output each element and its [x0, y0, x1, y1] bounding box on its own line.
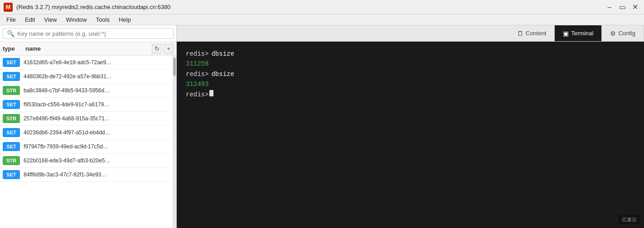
main-layout: 🔍 type name ↻ + SET41632d65-a7e6-4e18-ad…	[0, 25, 644, 228]
list-item[interactable]: SET84ff6d9b-3ac3-47c7-82f1-34e93…	[0, 168, 173, 182]
col-name-header: name	[25, 45, 152, 52]
key-list: SET41632d65-a7e6-4e18-adc5-72ae9…SET4480…	[0, 56, 173, 228]
terminal-tab-icon: ▣	[563, 30, 569, 37]
close-button[interactable]: ✕	[629, 2, 640, 13]
key-name: f97947fb-7939-49ed-ac9d-17c5d…	[24, 143, 170, 150]
type-badge: STR	[3, 114, 20, 123]
terminal-output: 311258	[186, 59, 208, 69]
key-name: 622b0168-ede3-49d7-afb3-b20e5…	[24, 157, 170, 164]
app-icon: M	[4, 3, 13, 12]
menu-window[interactable]: Window	[61, 14, 91, 25]
add-key-button[interactable]: +	[164, 44, 174, 54]
key-name: 257e8496-f949-4a68-915a-35c71…	[24, 115, 170, 122]
menu-bar: File Edit View Window Tools Help	[0, 14, 644, 25]
tab-terminal-label: Terminal	[571, 30, 593, 37]
list-item[interactable]: SET41632d65-a7e6-4e18-adc5-72ae9…	[0, 56, 173, 70]
watermark: 亿速云	[618, 215, 640, 224]
tab-terminal[interactable]: ▣ Terminal	[555, 25, 602, 41]
search-bar: 🔍	[0, 25, 176, 42]
list-item[interactable]: SET4480362b-de72-492e-a57e-9bb31…	[0, 70, 173, 84]
terminal-area[interactable]: redis> dbsize311258redis> dbsize312493re…	[177, 42, 644, 228]
tab-config-label: Config	[618, 30, 635, 37]
minimize-button[interactable]: –	[604, 2, 615, 13]
key-name: 84ff6d9b-3ac3-47c7-82f1-34e93…	[24, 171, 170, 178]
scroll-thumb	[173, 58, 176, 76]
sidebar: 🔍 type name ↻ + SET41632d65-a7e6-4e18-ad…	[0, 25, 177, 228]
col-type-header: type	[3, 45, 25, 52]
terminal-line: 311258	[186, 59, 635, 69]
window-controls: – ▭ ✕	[604, 2, 640, 13]
col-actions: ↻ +	[152, 44, 174, 54]
content-tab-icon: 🗒	[517, 30, 523, 37]
tab-content-label: Content	[526, 30, 547, 37]
terminal-command: dbsize	[211, 49, 234, 59]
tab-config[interactable]: ⚙ Config	[602, 25, 644, 41]
type-badge: SET	[3, 170, 20, 179]
menu-help[interactable]: Help	[114, 14, 136, 25]
type-badge: SET	[3, 72, 20, 81]
type-badge: SET	[3, 142, 20, 151]
column-headers: type name ↻ +	[0, 42, 176, 56]
menu-edit[interactable]: Edit	[20, 14, 39, 25]
terminal-prompt: redis>	[186, 90, 208, 100]
type-badge: STR	[3, 156, 20, 165]
type-badge: SET	[3, 128, 20, 137]
type-badge: STR	[3, 86, 20, 95]
key-name: 41632d65-a7e6-4e18-adc5-72ae9…	[24, 59, 170, 66]
key-name: 40236db6-2394-4f97-a51d-eb4dd…	[24, 129, 170, 136]
sidebar-scrollbar[interactable]	[173, 56, 176, 228]
search-input-wrap[interactable]: 🔍	[3, 28, 174, 39]
maximize-button[interactable]: ▭	[617, 2, 628, 13]
search-icon: 🔍	[7, 30, 15, 37]
terminal-command: dbsize	[211, 69, 234, 79]
key-name: f9530acb-c556-4de9-91c7-a6179…	[24, 101, 170, 108]
config-tab-icon: ⚙	[610, 30, 616, 37]
refresh-button[interactable]: ↻	[152, 44, 162, 54]
type-badge: SET	[3, 58, 20, 67]
key-list-container: SET41632d65-a7e6-4e18-adc5-72ae9…SET4480…	[0, 56, 176, 228]
search-input[interactable]	[17, 30, 169, 37]
list-item[interactable]: SETf9530acb-c556-4de9-91c7-a6179…	[0, 98, 173, 112]
key-name: 4480362b-de72-492e-a57e-9bb31…	[24, 73, 170, 80]
key-name: ba8c3848-c7bf-49b5-9433-5956d…	[24, 87, 170, 94]
tab-bar: 🗒 Content ▣ Terminal ⚙ Config	[177, 25, 644, 42]
right-panel: 🗒 Content ▣ Terminal ⚙ Config redis> dbs…	[177, 25, 644, 228]
type-badge: SET	[3, 100, 20, 109]
list-item[interactable]: STRba8c3848-c7bf-49b5-9433-5956d…	[0, 84, 173, 98]
terminal-line: redis>	[186, 90, 635, 100]
list-item[interactable]: SETf97947fb-7939-49ed-ac9d-17c5d…	[0, 140, 173, 154]
list-item[interactable]: SET40236db6-2394-4f97-a51d-eb4dd…	[0, 126, 173, 140]
menu-tools[interactable]: Tools	[92, 14, 114, 25]
list-item[interactable]: STR257e8496-f949-4a68-915a-35c71…	[0, 112, 173, 126]
menu-view[interactable]: View	[39, 14, 61, 25]
title-bar: M (Redis 3.2.7) mxyredis2.redis.cache.ch…	[0, 0, 644, 14]
list-item[interactable]: STR622b0168-ede3-49d7-afb3-b20e5…	[0, 154, 173, 168]
terminal-cursor	[209, 90, 213, 96]
terminal-prompt: redis>	[186, 49, 208, 59]
watermark-text: 亿速云	[622, 216, 637, 223]
terminal-line: redis> dbsize	[186, 69, 635, 79]
tab-content[interactable]: 🗒 Content	[509, 25, 555, 41]
terminal-prompt: redis>	[186, 69, 208, 79]
window-title: (Redis 3.2.7) mxyredis2.redis.cache.chin…	[16, 4, 170, 10]
menu-file[interactable]: File	[2, 14, 20, 25]
terminal-line: redis> dbsize	[186, 49, 635, 59]
terminal-line: 312493	[186, 79, 635, 89]
terminal-output: 312493	[186, 79, 208, 89]
